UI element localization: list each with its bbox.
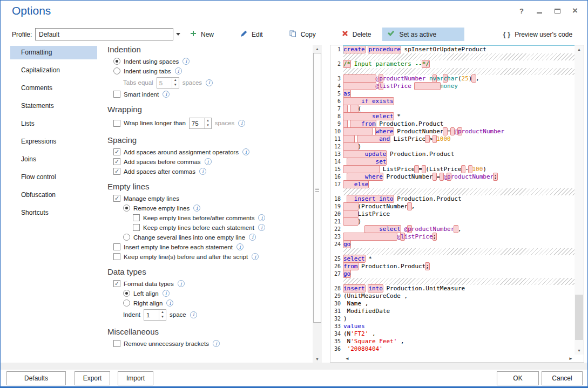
code-line[interactable]: 25select *: [330, 255, 575, 263]
code-line[interactable]: 36 '20080404': [330, 345, 575, 353]
spinner-down-icon[interactable]: ▼: [159, 315, 166, 320]
spinner-up-icon[interactable]: ▲: [205, 118, 211, 124]
delete-button[interactable]: Delete: [337, 28, 376, 41]
code-line[interactable]: 34(N'FT2' ,: [330, 330, 575, 338]
close-icon[interactable]: ×: [571, 7, 579, 15]
scrollbar-thumb[interactable]: [575, 295, 583, 340]
info-icon[interactable]: i: [183, 58, 190, 65]
info-icon[interactable]: i: [242, 148, 249, 155]
code-line[interactable]: 4 @listPrice money: [330, 83, 575, 90]
sidebar-item-comments[interactable]: Comments: [10, 81, 97, 95]
sidebar-item-obfuscation[interactable]: Obfuscation: [10, 188, 97, 202]
code-line[interactable]: 28insert into Production.UnitMeasure: [330, 285, 575, 292]
radio-button[interactable]: [123, 234, 130, 241]
scrollbar-thumb[interactable]: [313, 53, 321, 323]
spinner-arrows[interactable]: ▲▼: [204, 118, 211, 128]
checkbox[interactable]: [133, 224, 140, 231]
options-scrollbar[interactable]: ▲ ▼: [313, 45, 322, 363]
info-icon[interactable]: i: [205, 158, 212, 165]
info-icon[interactable]: i: [238, 120, 245, 127]
info-icon[interactable]: i: [213, 340, 220, 347]
spinner-input[interactable]: 5▲▼: [157, 77, 179, 89]
chevron-down-icon[interactable]: [176, 33, 180, 36]
preview-users-code-button[interactable]: { } Preview user's code: [498, 28, 577, 41]
code-line[interactable]: 20 ListPrice: [330, 210, 575, 218]
code-line[interactable]: 18 insert into Production.Product: [330, 195, 575, 203]
info-icon[interactable]: i: [258, 214, 265, 221]
spinner-down-icon[interactable]: ▼: [205, 123, 211, 128]
code-line[interactable]: 6 if exists: [330, 98, 575, 105]
code-line[interactable]: 32): [330, 315, 575, 323]
info-icon[interactable]: i: [252, 253, 259, 260]
code-line[interactable]: 11 and ListPrice > 1000: [330, 135, 575, 143]
sidebar-item-statements[interactable]: Statements: [10, 99, 97, 113]
spinner-arrows[interactable]: ▲▼: [159, 310, 166, 320]
code-line[interactable]: 10 where ProductNumber = @productNumber: [330, 128, 575, 135]
code-line[interactable]: 14 set: [330, 158, 575, 166]
info-icon[interactable]: i: [249, 234, 256, 241]
set-as-active-button[interactable]: Set as active: [382, 28, 464, 41]
scroll-left-icon[interactable]: ◄: [343, 356, 351, 361]
checkbox[interactable]: [113, 243, 120, 250]
code-line[interactable]: 2/* Input parameters --*/: [330, 60, 575, 68]
maximize-icon[interactable]: [553, 7, 561, 15]
minimize-icon[interactable]: [536, 7, 543, 15]
info-icon[interactable]: i: [258, 224, 265, 231]
edit-button[interactable]: Edit: [235, 28, 268, 42]
export-button[interactable]: Export: [75, 371, 110, 385]
code-line[interactable]: 22 select @productNumber ,: [330, 226, 575, 233]
code-line[interactable]: 7 (: [330, 105, 575, 113]
sidebar-item-shortcuts[interactable]: Shortcuts: [10, 206, 97, 220]
code-line[interactable]: 24go: [330, 241, 575, 248]
checkbox[interactable]: [133, 214, 140, 221]
import-button[interactable]: Import: [118, 371, 153, 385]
scroll-up-icon[interactable]: ▲: [313, 45, 322, 53]
checkbox[interactable]: [113, 340, 120, 347]
checkbox[interactable]: ✓: [113, 168, 120, 175]
info-icon[interactable]: i: [199, 168, 206, 175]
profile-combobox[interactable]: [35, 28, 173, 40]
cancel-button[interactable]: Cancel: [542, 371, 583, 385]
info-icon[interactable]: i: [206, 79, 213, 86]
radio-button[interactable]: [123, 205, 130, 212]
info-icon[interactable]: i: [178, 280, 185, 287]
copy-button[interactable]: Copy: [285, 28, 321, 42]
code-line[interactable]: 33values: [330, 323, 575, 330]
editor-horizontal-scrollbar[interactable]: ◄ ►: [343, 355, 575, 362]
checkbox[interactable]: ✓: [113, 148, 120, 155]
code-line[interactable]: 9 from Production.Product: [330, 120, 575, 128]
scroll-down-icon[interactable]: ▼: [313, 355, 322, 363]
defaults-button[interactable]: Defaults: [6, 371, 66, 385]
code-line[interactable]: 17 else: [330, 181, 575, 188]
code-line[interactable]: 12 ): [330, 143, 575, 151]
code-line[interactable]: 27go: [330, 270, 575, 278]
sidebar-item-capitalization[interactable]: Capitalization: [10, 64, 97, 77]
code-line[interactable]: 30 Name ,: [330, 300, 575, 308]
info-icon[interactable]: i: [166, 299, 173, 307]
code-line[interactable]: 26from Production.Product;: [330, 263, 575, 270]
editor-vertical-scrollbar[interactable]: ▲ ▼: [575, 45, 584, 355]
new-button[interactable]: New: [185, 28, 219, 41]
checkbox[interactable]: ✓: [113, 158, 120, 165]
info-icon[interactable]: i: [163, 290, 170, 297]
code-line[interactable]: 1create procedure spInsertOrUpdateProduc…: [330, 46, 575, 53]
code-line[interactable]: 16 where ProductNumber = @productNumber;: [330, 173, 575, 181]
info-icon[interactable]: i: [190, 311, 197, 318]
sidebar-item-joins[interactable]: Joins: [10, 153, 97, 166]
spinner-input[interactable]: 1▲▼: [144, 309, 166, 321]
radio-button[interactable]: [113, 67, 120, 74]
checkbox[interactable]: [113, 120, 120, 127]
radio-button[interactable]: [123, 290, 130, 297]
sql-preview-editor[interactable]: 1create procedure spInsertOrUpdateProduc…: [330, 45, 584, 363]
code-line[interactable]: 19 (ProductNumber ,: [330, 203, 575, 210]
checkbox[interactable]: ✓: [113, 195, 120, 202]
help-icon[interactable]: ?: [518, 7, 525, 15]
code-line[interactable]: 21 ): [330, 218, 575, 226]
scroll-right-icon[interactable]: ►: [567, 356, 575, 361]
info-icon[interactable]: i: [175, 67, 182, 74]
ok-button[interactable]: OK: [497, 371, 539, 385]
code-line[interactable]: 29(UnitMeasureCode ,: [330, 292, 575, 300]
sidebar-item-flow-control[interactable]: Flow control: [10, 171, 97, 184]
checkbox[interactable]: ✓: [113, 280, 120, 287]
info-icon[interactable]: i: [236, 243, 244, 250]
